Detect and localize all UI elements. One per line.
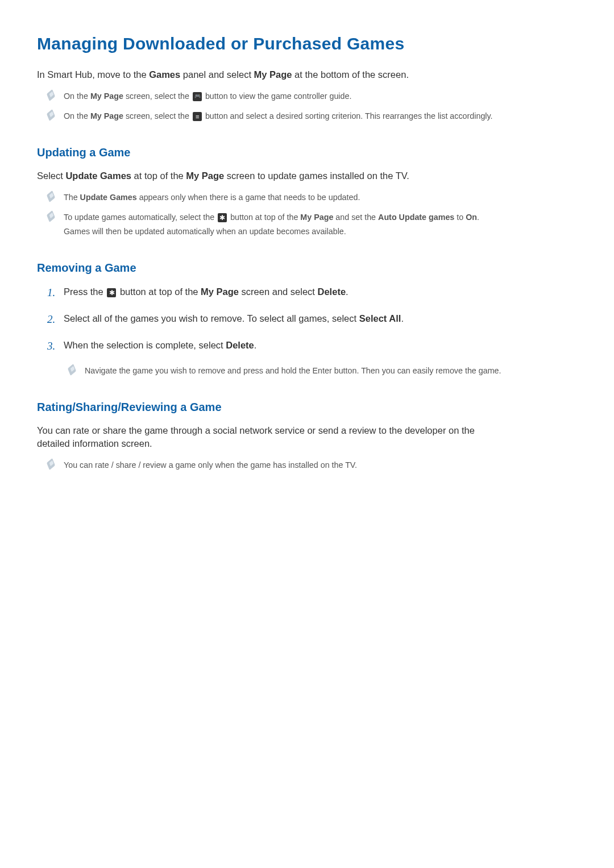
intro-paragraph: In Smart Hub, move to the Games panel an… — [37, 68, 503, 81]
text: . — [346, 286, 349, 297]
text: at top of the — [131, 171, 186, 181]
text: When the selection is complete, select — [64, 340, 226, 350]
text: . — [254, 340, 257, 350]
manual-page: Managing Downloaded or Purchased Games I… — [0, 0, 540, 514]
text: On the — [64, 111, 90, 121]
updating-notes: The Update Games appears only when there… — [37, 190, 503, 239]
section-title: Removing a Game — [37, 261, 503, 275]
text: screen, select the — [123, 92, 192, 101]
text: and set the — [333, 213, 378, 222]
controller-icon — [193, 92, 202, 101]
term-my-page: My Page — [254, 69, 292, 80]
text: to — [454, 213, 466, 222]
text: screen to update games installed on the … — [224, 171, 409, 181]
list-icon — [193, 112, 202, 121]
text: On the — [64, 92, 90, 101]
note-item: The Update Games appears only when there… — [47, 190, 503, 205]
text: at the bottom of the screen. — [292, 69, 409, 80]
term-delete: Delete — [318, 286, 346, 297]
term-my-page: My Page — [300, 213, 333, 222]
term-my-page: My Page — [201, 286, 239, 297]
text: appears only when there is a game that n… — [137, 193, 360, 202]
gear-icon — [107, 288, 116, 297]
text: You can rate / share / review a game onl… — [64, 460, 357, 470]
text: Select — [37, 171, 65, 181]
removing-steps: Press the button at top of the My Page s… — [37, 285, 503, 377]
step-item: Select all of the games you wish to remo… — [47, 312, 503, 326]
intro-notes: On the My Page screen, select the button… — [37, 89, 503, 123]
text: Press the — [64, 286, 106, 297]
note-item: To update games automatically, select th… — [47, 210, 503, 239]
term-my-page: My Page — [90, 92, 123, 101]
note-item: On the My Page screen, select the button… — [47, 109, 503, 123]
term-my-page: My Page — [90, 111, 123, 121]
text: screen and select — [239, 286, 318, 297]
term-auto-update-games: Auto Update games — [378, 213, 454, 222]
section-updating: Updating a Game Select Update Games at t… — [37, 146, 503, 239]
term-update-games: Update Games — [80, 193, 137, 202]
text: screen, select the — [123, 111, 192, 121]
term-my-page: My Page — [186, 171, 224, 181]
term-select-all: Select All — [359, 313, 401, 323]
page-title: Managing Downloaded or Purchased Games — [37, 34, 503, 53]
term-games: Games — [149, 69, 180, 80]
text: button at top of the — [117, 286, 201, 297]
text: The — [64, 193, 80, 202]
section-title: Rating/Sharing/Reviewing a Game — [37, 401, 503, 414]
section-title: Updating a Game — [37, 146, 503, 159]
text: panel and select — [180, 69, 254, 80]
text: button and select a desired sorting crit… — [203, 111, 493, 121]
term-update-games: Update Games — [65, 171, 131, 181]
note-item: You can rate / share / review a game onl… — [47, 458, 503, 472]
step-item: When the selection is complete, select D… — [47, 338, 503, 378]
section-removing: Removing a Game Press the button at top … — [37, 261, 503, 377]
text: button to view the game controller guide… — [203, 92, 351, 101]
gear-icon — [218, 213, 227, 222]
updating-lead: Select Update Games at top of the My Pag… — [37, 169, 503, 182]
text: To update games automatically, select th… — [64, 213, 217, 222]
text: Select all of the games you wish to remo… — [64, 313, 359, 323]
step-item: Press the button at top of the My Page s… — [47, 285, 503, 299]
text: button at top of the — [228, 213, 300, 222]
note-item: On the My Page screen, select the button… — [47, 89, 503, 103]
note-item: Navigate the game you wish to remove and… — [68, 364, 503, 378]
section-rating: Rating/Sharing/Reviewing a Game You can … — [37, 401, 503, 472]
term-delete: Delete — [226, 340, 254, 350]
step-subnotes: Navigate the game you wish to remove and… — [64, 364, 503, 378]
text: Navigate the game you wish to remove and… — [85, 366, 501, 375]
rating-notes: You can rate / share / review a game onl… — [37, 458, 503, 472]
rating-lead: You can rate or share the game through a… — [37, 424, 503, 450]
text: . — [401, 313, 404, 323]
term-on: On — [466, 213, 477, 222]
text: In Smart Hub, move to the — [37, 69, 149, 80]
